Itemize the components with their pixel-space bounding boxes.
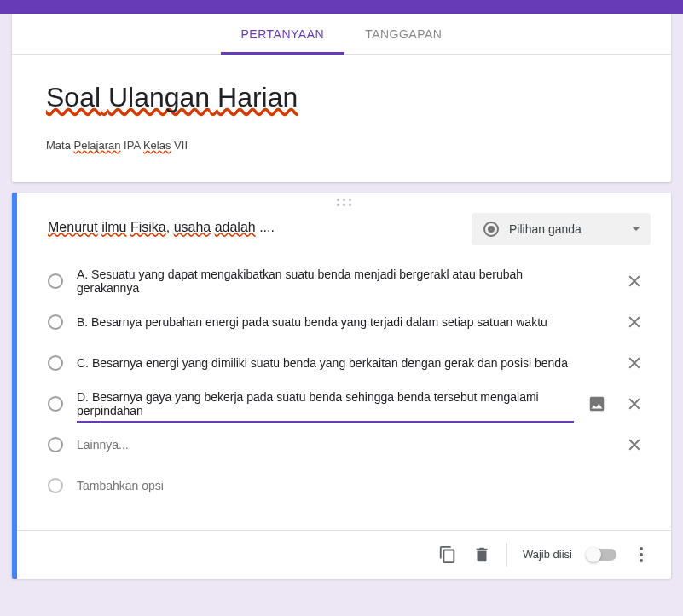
chevron-down-icon bbox=[632, 227, 640, 231]
title-word-2: Ulangan bbox=[108, 82, 210, 112]
close-icon bbox=[625, 272, 644, 291]
form-description[interactable]: Mata Pelajaran IPA Kelas VII bbox=[46, 139, 637, 152]
more-vert-icon bbox=[640, 547, 643, 550]
tabs-bar: PERTANYAAN TANGGAPAN bbox=[12, 14, 671, 55]
options-list: A. Sesuatu yang dapat mengakibatkan suat… bbox=[17, 245, 671, 506]
drag-handle[interactable] bbox=[17, 193, 671, 213]
remove-option-button[interactable] bbox=[625, 435, 644, 454]
radio-empty-icon bbox=[48, 396, 63, 412]
question-type-label: Pilihan ganda bbox=[509, 222, 622, 236]
form-title[interactable]: Soal Ulangan Harian bbox=[46, 78, 637, 117]
add-image-button[interactable] bbox=[587, 394, 606, 413]
separator bbox=[506, 543, 507, 567]
option-row: C. Besarnya energi yang dimiliki suatu b… bbox=[48, 343, 651, 383]
close-icon bbox=[625, 354, 644, 372]
more-options-button[interactable] bbox=[632, 545, 651, 564]
option-row: A. Sesuatu yang dapat mengakibatkan suat… bbox=[48, 261, 651, 302]
remove-option-button[interactable] bbox=[625, 354, 644, 372]
radio-empty-icon bbox=[48, 437, 63, 452]
radio-empty-icon bbox=[48, 273, 63, 289]
close-icon bbox=[625, 394, 644, 413]
delete-button[interactable] bbox=[472, 545, 491, 564]
option-row: D. Besarnya gaya yang bekerja pada suatu… bbox=[48, 383, 651, 424]
option-row-other: Lainnya... bbox=[48, 424, 651, 465]
close-icon bbox=[625, 435, 644, 454]
question-footer: Wajib diisi bbox=[17, 530, 671, 579]
remove-option-button[interactable] bbox=[625, 394, 644, 413]
close-icon bbox=[625, 313, 644, 331]
radio-empty-icon bbox=[48, 478, 63, 493]
add-option-row: Tambahkan opsi bbox=[48, 465, 651, 506]
radio-empty-icon bbox=[48, 314, 63, 330]
required-toggle[interactable] bbox=[587, 549, 616, 561]
page-wrap: PERTANYAAN TANGGAPAN Soal Ulangan Harian… bbox=[0, 14, 683, 590]
other-option-label[interactable]: Lainnya... bbox=[77, 433, 574, 457]
question-text-input[interactable]: Menurut ilmu Fisika, usaha adalah .... bbox=[48, 213, 454, 239]
option-input[interactable]: B. Besarnya perubahan energi pada suatu … bbox=[77, 310, 574, 334]
drag-icon bbox=[337, 199, 352, 207]
trash-icon bbox=[472, 545, 491, 564]
option-input[interactable]: D. Besarnya gaya yang bekerja pada suatu… bbox=[77, 385, 574, 423]
option-row: B. Besarnya perubahan energi pada suatu … bbox=[48, 302, 651, 343]
question-type-dropdown[interactable]: Pilihan ganda bbox=[472, 213, 651, 245]
image-icon bbox=[587, 394, 606, 413]
required-label: Wajib diisi bbox=[523, 548, 572, 561]
option-input[interactable]: A. Sesuatu yang dapat mengakibatkan suat… bbox=[77, 262, 574, 300]
remove-option-button[interactable] bbox=[625, 313, 644, 331]
duplicate-button[interactable] bbox=[438, 545, 457, 564]
tab-questions[interactable]: PERTANYAAN bbox=[221, 14, 345, 54]
radio-empty-icon bbox=[48, 355, 63, 371]
title-word-3: Harian bbox=[217, 82, 298, 112]
form-header: Soal Ulangan Harian Mata Pelajaran IPA K… bbox=[12, 55, 671, 182]
add-option-button[interactable]: Tambahkan opsi bbox=[77, 474, 574, 498]
question-card: Menurut ilmu Fisika, usaha adalah .... P… bbox=[12, 193, 671, 579]
form-header-card: PERTANYAAN TANGGAPAN Soal Ulangan Harian… bbox=[12, 14, 671, 182]
title-word-1: Soal bbox=[46, 82, 101, 112]
tab-responses[interactable]: TANGGAPAN bbox=[344, 14, 462, 54]
option-input[interactable]: C. Besarnya energi yang dimiliki suatu b… bbox=[77, 351, 574, 375]
copy-icon bbox=[438, 545, 457, 564]
radio-filled-icon bbox=[483, 222, 499, 237]
remove-option-button[interactable] bbox=[625, 272, 644, 291]
